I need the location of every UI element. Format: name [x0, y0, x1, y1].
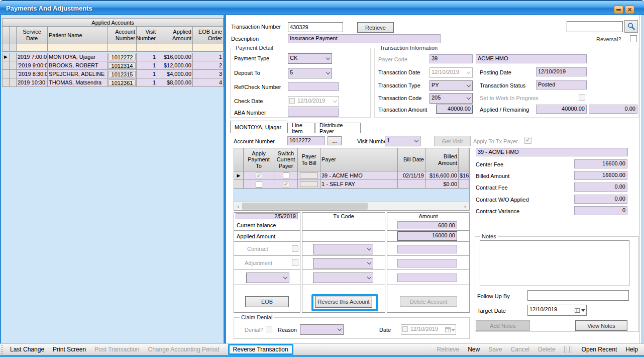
- ref-check-number-field[interactable]: [288, 82, 339, 91]
- deposit-to-dropdown[interactable]: 5: [288, 68, 332, 78]
- reverse-this-account-button[interactable]: Reverse this Account: [315, 296, 372, 308]
- retrieve-transaction-button[interactable]: Retrieve: [357, 22, 394, 33]
- tab-patient-montoya[interactable]: MONTOYA, Ujagar: [230, 121, 287, 133]
- transaction-code-dropdown[interactable]: 205: [430, 93, 473, 104]
- account-number-cell: 1012272: [109, 54, 136, 60]
- col-account-number[interactable]: Account Number: [108, 27, 137, 44]
- billed-amount-label: Billed Amount: [476, 173, 509, 179]
- payer-code-label: Payer Code: [378, 56, 407, 62]
- calendar-icon[interactable]: [573, 305, 586, 315]
- col-applied-amount[interactable]: Applied Amount: [157, 27, 193, 44]
- notes-textarea[interactable]: [480, 240, 629, 286]
- set-to-wip-checkbox: [579, 94, 585, 101]
- new-button[interactable]: New: [468, 346, 480, 353]
- chevron-down-icon: [465, 68, 472, 77]
- horizontal-scrollbar[interactable]: ‹ ›: [234, 202, 469, 210]
- open-recent-button[interactable]: Open Recent: [582, 346, 617, 353]
- bottom-toolbar: Last Change Print Screen Post Transactio…: [0, 343, 644, 355]
- account-number-field[interactable]: 1012272: [287, 136, 325, 145]
- tab-line-item[interactable]: Line Item: [287, 123, 315, 133]
- chevron-down-icon: [365, 244, 373, 254]
- close-button[interactable]: ✕: [625, 6, 634, 14]
- window-bottom-border: [0, 355, 644, 357]
- scroll-left-icon[interactable]: ‹: [234, 202, 242, 210]
- transaction-number-input[interactable]: 430329: [288, 22, 343, 32]
- reversal-checkbox[interactable]: [630, 35, 637, 42]
- extra-amount-field[interactable]: [397, 274, 457, 282]
- denial-checkbox[interactable]: [266, 326, 272, 332]
- follow-up-by-label: Follow Up By: [477, 293, 510, 299]
- applied-amount-input[interactable]: 16000.00: [397, 231, 457, 241]
- table-row[interactable]: ▶ 2019 7:00:00 MONTOYA, Ujagar 1012272 1…: [2, 53, 224, 61]
- contract-label: Contract: [247, 246, 268, 252]
- tab-distribute-payer[interactable]: Distribute Payer: [315, 123, 361, 133]
- extra-type-dropdown[interactable]: [246, 273, 289, 283]
- target-date-picker[interactable]: 12/10/2019: [527, 305, 587, 316]
- scrollbar-thumb[interactable]: [242, 203, 368, 210]
- denial-reason-dropdown[interactable]: [300, 324, 344, 335]
- title-bar: Payments And Adjustments: [0, 0, 644, 15]
- eob-button[interactable]: EOB: [245, 296, 289, 307]
- apply-payment-checkbox[interactable]: [256, 181, 262, 188]
- table-row[interactable]: '2019 9:00:0 BROOKS, ROBERT 1012314 1 $1…: [2, 61, 224, 70]
- transaction-type-dropdown[interactable]: PY: [430, 80, 473, 91]
- window-right-border: [639, 15, 644, 343]
- current-balance-field: 600.00: [397, 221, 457, 229]
- minimize-button[interactable]: [614, 6, 623, 14]
- contract-txcode-dropdown[interactable]: [313, 244, 373, 254]
- contract-amount-field[interactable]: [397, 245, 457, 253]
- transaction-number-label: Transaction Number: [231, 24, 281, 30]
- change-accounting-period-button: Change Accounting Period: [148, 346, 219, 353]
- follow-up-by-input[interactable]: [527, 290, 629, 301]
- col-visit-number[interactable]: Visit Number: [137, 27, 157, 44]
- amount-header: Amount: [387, 213, 469, 220]
- applied-amount-field: 40000.00: [536, 105, 587, 114]
- toolbar-separator-icon: [564, 346, 573, 353]
- reversal-label: Reversal?: [596, 36, 621, 42]
- search-input[interactable]: [567, 21, 623, 32]
- payer-code-field: 39: [430, 54, 473, 63]
- account-lookup-button[interactable]: ...: [328, 136, 342, 145]
- get-visit-button: Get Visit: [434, 136, 471, 146]
- help-button[interactable]: Help: [625, 346, 638, 353]
- col-service-date[interactable]: Service Date: [17, 27, 48, 44]
- last-change-button[interactable]: Last Change: [10, 346, 44, 353]
- row-selector-header: [3, 27, 10, 44]
- visit-number-dropdown[interactable]: 1: [385, 136, 420, 146]
- billed-amount-field: 16600.00: [574, 171, 627, 180]
- adjustment-amount-field[interactable]: [397, 259, 457, 267]
- selected-payer-header: 39 - ACME HMO: [476, 148, 628, 156]
- claim-denial-title: Claim Denial: [240, 314, 274, 320]
- scroll-right-icon[interactable]: ›: [461, 202, 469, 210]
- adjustment-txcode-dropdown[interactable]: [313, 258, 373, 269]
- search-button[interactable]: [624, 20, 638, 33]
- aba-number-field[interactable]: [288, 108, 339, 117]
- payment-detail-title: Payment Detail: [234, 45, 275, 51]
- transaction-amount-field[interactable]: 40000.00: [436, 105, 473, 114]
- center-fee-field: 16600.00: [574, 159, 627, 168]
- description-field[interactable]: Insurance Payment: [288, 34, 441, 43]
- account-number-cell: 1012315: [109, 71, 136, 77]
- payment-type-dropdown[interactable]: CK: [288, 53, 332, 64]
- payer-row[interactable]: ▶ 39 - ACME HMO 02/11/19 $16,600.00 $16,: [234, 171, 469, 180]
- denial-reason-label: Reason: [278, 327, 297, 333]
- col-switch-current-payer: Switch Current Payer: [274, 148, 298, 171]
- apply-payment-checkbox: [256, 172, 262, 179]
- check-date-checkbox[interactable]: [289, 98, 295, 104]
- col-eob-line-order[interactable]: EOB Line Order: [193, 27, 224, 44]
- switch-payer-checkbox[interactable]: [283, 172, 289, 179]
- chevron-down-icon: [412, 136, 420, 146]
- filter-row[interactable]: [2, 44, 224, 52]
- payer-row[interactable]: 1 - SELF PAY $0.00: [234, 180, 469, 189]
- toolbar-grip-icon[interactable]: [2, 345, 3, 354]
- print-screen-button[interactable]: Print Screen: [53, 346, 86, 353]
- applied-accounts-table: Applied Accounts Service Date Patient Na…: [2, 18, 224, 87]
- table-row[interactable]: 2019 10:30:( THOMAS, Matsendra 1012361 1…: [2, 78, 224, 87]
- reverse-transaction-button[interactable]: Reverse Transaction: [228, 344, 293, 355]
- col-patient-name[interactable]: Patient Name: [48, 27, 108, 44]
- view-notes-button[interactable]: View Notes: [575, 320, 627, 331]
- table-row[interactable]: '2019 8:30:0 SPEJCHER, ADELINE 1012315 1…: [2, 70, 224, 78]
- extra-txcode-dropdown[interactable]: [313, 273, 373, 283]
- chevron-down-icon: [365, 273, 373, 283]
- check-date-label: Check Date: [234, 98, 263, 104]
